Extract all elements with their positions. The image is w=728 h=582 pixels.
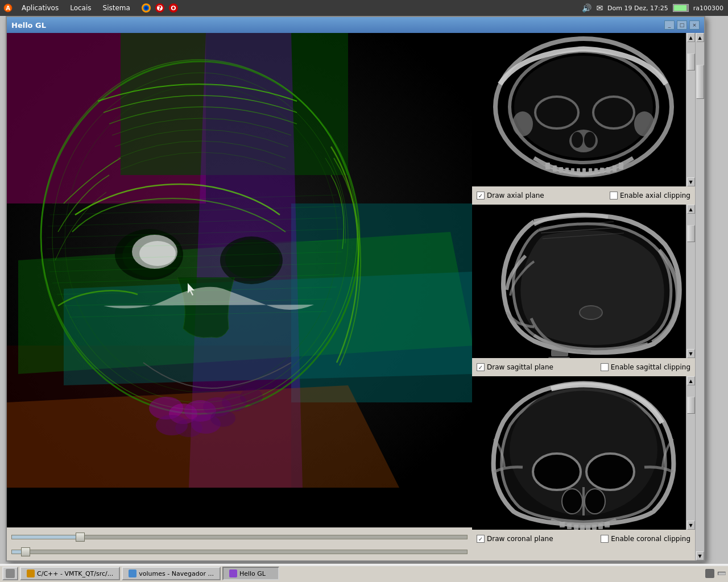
enable-axial-clip-checkbox[interactable] xyxy=(610,192,618,199)
battery-icon xyxy=(673,4,689,12)
enable-coronal-clip-checkbox[interactable] xyxy=(601,535,609,543)
svg-text:O: O xyxy=(171,5,176,12)
svg-rect-60 xyxy=(577,168,580,174)
enable-sagittal-clip-checkbox[interactable] xyxy=(601,363,609,371)
draw-coronal-checkbox-item[interactable]: ✓ Draw coronal plane xyxy=(477,535,553,543)
draw-sagittal-checkbox[interactable]: ✓ xyxy=(477,363,485,371)
main-scroll-thumb[interactable] xyxy=(696,65,704,99)
taskbar-btn-hellogl-label: Hello GL xyxy=(239,570,266,577)
enable-axial-clip-item[interactable]: Enable axial clipping xyxy=(610,192,690,199)
axial-scroll-thumb[interactable] xyxy=(687,53,695,70)
coronal-ct-view[interactable] xyxy=(472,376,695,530)
taskbar-btn-hellogl[interactable]: Hello GL xyxy=(222,567,279,580)
svg-point-34 xyxy=(240,388,263,405)
taskbar-start-btn[interactable] xyxy=(2,567,18,580)
draw-axial-checkbox-item[interactable]: ✓ Draw axial plane xyxy=(477,192,544,199)
menu-locais[interactable]: Locais xyxy=(64,3,97,13)
menu-sistema[interactable]: Sistema xyxy=(97,3,136,13)
svg-rect-80 xyxy=(548,357,570,358)
draw-axial-checkbox[interactable]: ✓ xyxy=(477,192,485,199)
sagittal-scrollbar[interactable]: ▲ ▼ xyxy=(686,205,695,358)
username: ra100300 xyxy=(693,5,723,12)
window-title: Hello GL xyxy=(11,21,46,30)
close-button[interactable]: × xyxy=(689,20,700,30)
svg-rect-55 xyxy=(545,163,550,169)
coronal-scroll-up[interactable]: ▲ xyxy=(687,376,695,385)
draw-sagittal-checkbox-item[interactable]: ✓ Draw sagittal plane xyxy=(477,363,553,371)
sagittal-scroll-down[interactable]: ▼ xyxy=(687,349,695,358)
svg-rect-98 xyxy=(605,522,610,527)
taskbar-tray-icon xyxy=(704,568,715,579)
svg-point-86 xyxy=(533,454,581,490)
main-scroll-down[interactable]: ▼ xyxy=(696,551,704,560)
svg-rect-94 xyxy=(580,525,585,530)
taskbar-btn-volumes[interactable]: volumes - Navegador ... xyxy=(122,567,221,580)
svg-rect-96 xyxy=(592,525,597,530)
axial-scroll-up[interactable]: ▲ xyxy=(687,33,695,42)
help-icon[interactable]: ? xyxy=(154,2,166,14)
svg-text:?: ? xyxy=(158,5,162,12)
enable-coronal-clip-label: Enable coronal clipping xyxy=(611,535,690,543)
svg-rect-66 xyxy=(613,165,617,172)
svg-point-87 xyxy=(586,454,634,490)
svg-rect-62 xyxy=(589,168,592,174)
slider-1-track[interactable] xyxy=(11,535,468,539)
svg-point-28 xyxy=(225,239,280,279)
enable-sagittal-clip-item[interactable]: Enable sagittal clipping xyxy=(601,363,690,371)
main-scroll-up[interactable]: ▲ xyxy=(696,33,704,42)
maximize-button[interactable]: □ xyxy=(677,20,687,30)
svg-point-73 xyxy=(512,111,533,136)
svg-point-26 xyxy=(139,241,176,266)
svg-rect-58 xyxy=(565,168,569,173)
coronal-scrollbar[interactable]: ▲ ▼ xyxy=(686,376,695,530)
viewport-3d-container xyxy=(7,33,472,560)
svg-rect-95 xyxy=(586,525,590,530)
svg-rect-97 xyxy=(598,523,603,529)
axial-scrollbar[interactable]: ▲ ▼ xyxy=(686,33,695,186)
svg-point-89 xyxy=(562,489,582,514)
svg-rect-64 xyxy=(600,168,604,173)
svg-rect-56 xyxy=(553,165,557,172)
coronal-scroll-thumb[interactable] xyxy=(687,397,695,414)
svg-rect-61 xyxy=(582,168,586,174)
svg-point-90 xyxy=(585,489,605,514)
slider-2-thumb[interactable] xyxy=(21,547,30,556)
minimize-button[interactable]: _ xyxy=(664,20,675,30)
taskbar-btn-cpp[interactable]: C/C++ - VMTK_QT/src/... xyxy=(20,567,120,580)
svg-point-38 xyxy=(210,410,235,427)
draw-sagittal-label: Draw sagittal plane xyxy=(487,363,553,371)
slider-2-track[interactable] xyxy=(11,550,468,554)
enable-coronal-clip-item[interactable]: Enable coronal clipping xyxy=(601,535,690,543)
menu-aplicativos[interactable]: Aplicativos xyxy=(16,3,64,13)
svg-point-69 xyxy=(572,132,583,148)
app-icon: A xyxy=(2,2,14,14)
svg-rect-65 xyxy=(606,167,610,173)
svg-rect-59 xyxy=(571,168,574,174)
viewport-3d[interactable] xyxy=(7,33,472,527)
system-time: Dom 19 Dez, 17:25 xyxy=(607,5,668,12)
svg-rect-93 xyxy=(574,525,578,530)
svg-text:A: A xyxy=(6,5,10,11)
draw-coronal-checkbox[interactable]: ✓ xyxy=(477,535,485,543)
opera-icon[interactable]: O xyxy=(168,2,179,14)
taskbar-btn-volumes-label: volumes - Navegador ... xyxy=(139,570,214,577)
sagittal-scroll-thumb[interactable] xyxy=(687,225,695,242)
sagittal-ct-view[interactable] xyxy=(472,205,695,358)
sagittal-scroll-up[interactable]: ▲ xyxy=(687,205,695,214)
svg-point-83 xyxy=(580,306,602,319)
slider-row-2 xyxy=(11,546,468,558)
firefox-icon[interactable] xyxy=(140,2,152,14)
slider-1-thumb[interactable] xyxy=(76,533,85,542)
slider-row-1 xyxy=(11,531,468,543)
axial-ct-view[interactable] xyxy=(472,33,695,186)
volume-icon[interactable]: 🔊 xyxy=(582,3,592,13)
main-right-scrollbar[interactable]: ▲ ▼ xyxy=(695,33,704,560)
svg-rect-57 xyxy=(559,167,563,173)
taskbar-clock xyxy=(718,572,726,575)
axial-scroll-down[interactable]: ▼ xyxy=(687,177,695,186)
coronal-scroll-down[interactable]: ▼ xyxy=(687,521,695,530)
draw-coronal-label: Draw coronal plane xyxy=(487,535,553,543)
taskbar: C/C++ - VMTK_QT/src/... volumes - Navega… xyxy=(0,564,728,582)
email-icon[interactable]: ✉ xyxy=(596,3,603,13)
svg-rect-79 xyxy=(551,350,568,356)
